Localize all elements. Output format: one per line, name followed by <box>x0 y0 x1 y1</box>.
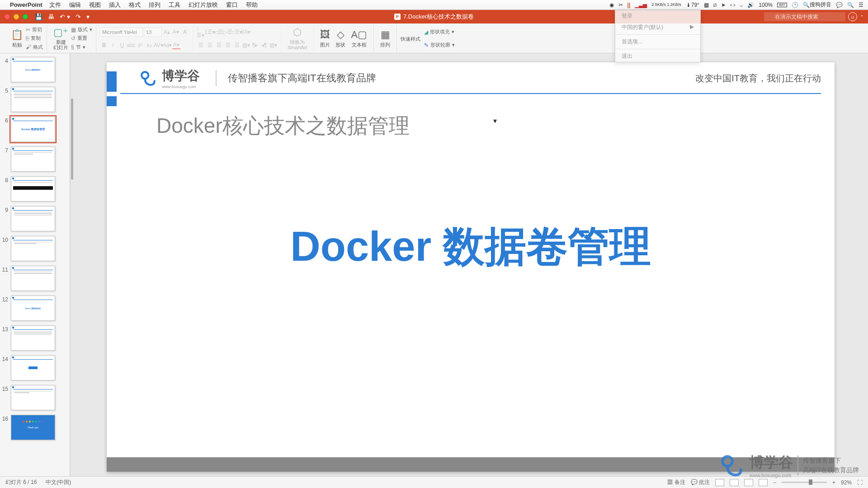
collapse-ribbon-icon[interactable]: ⌃ <box>860 14 863 19</box>
convert-smartart-button[interactable]: ⬡ 转换为 SmartArt <box>285 25 310 52</box>
superscript-button[interactable]: x² <box>136 41 144 49</box>
menu-help[interactable]: 帮助 <box>246 1 258 9</box>
obs-icon[interactable]: ◉ <box>609 2 614 8</box>
undo-icon[interactable]: ↶ ▾ <box>60 13 70 20</box>
normal-view-button[interactable] <box>715 479 724 486</box>
maximize-button[interactable] <box>23 14 28 19</box>
format-painter-button[interactable]: 🖌格式 <box>26 43 43 52</box>
chart-icon[interactable]: ▁▃▅ <box>635 2 647 8</box>
clear-format-button[interactable]: A̸ <box>181 28 189 36</box>
bold-button[interactable]: B <box>100 41 108 49</box>
bullets-button[interactable]: ⁝☰▾ <box>197 28 205 36</box>
screen-icon[interactable]: ⎚ <box>713 2 717 8</box>
slideshow-view-button[interactable] <box>759 479 768 486</box>
font-color-button[interactable]: A▾ <box>172 41 180 49</box>
search-icon[interactable]: 🔍 <box>847 2 854 8</box>
zoom-out-button[interactable]: − <box>773 479 776 486</box>
increase-indent-button[interactable]: ▷☰ <box>224 28 232 36</box>
change-case-button[interactable]: Aa▾ <box>163 41 171 49</box>
battery-text[interactable]: 100% <box>759 2 773 8</box>
menu-view[interactable]: 视图 <box>89 1 101 9</box>
slide-thumb-16[interactable]: 16 Thank you! <box>2 415 68 440</box>
shapes-button[interactable]: ◇ 形状 <box>333 25 348 52</box>
close-button[interactable] <box>5 14 10 19</box>
reset-button[interactable]: ↺重置 <box>71 34 92 42</box>
line-spacing-button[interactable]: ↕☰▾ <box>233 28 241 36</box>
messenger-icon[interactable]: 💬 <box>836 2 843 8</box>
wifi-icon[interactable]: ⌵ <box>740 2 743 8</box>
decrease-indent-button[interactable]: ◁☰ <box>215 28 223 36</box>
slide-canvas[interactable]: 博学谷 www.boxuegu.com 传智播客旗下高端IT在线教育品牌 改变中… <box>107 62 835 472</box>
comments-button[interactable]: 💬 批注 <box>691 479 710 486</box>
cut-button[interactable]: ✂剪切 <box>26 25 43 34</box>
align-left-button[interactable]: ☰ <box>197 41 205 49</box>
menu-insert[interactable]: 插入 <box>109 1 121 9</box>
sorter-view-button[interactable] <box>730 479 739 486</box>
pause-icon[interactable]: || <box>627 2 631 8</box>
distribute-button[interactable]: ☰ <box>233 41 241 49</box>
slide-thumb-4[interactable]: 4 Docker 数据卷简介 <box>2 57 68 82</box>
stats-icon[interactable]: 2.5KB/s 1.2KB/s <box>651 3 681 7</box>
align-right-button[interactable]: ☰ <box>215 41 223 49</box>
slide-thumb-13[interactable]: 13 <box>2 325 68 351</box>
slide-thumb-9[interactable]: 9 <box>2 206 68 231</box>
slide-thumb-12[interactable]: 12 Docker 数据卷容器 <box>2 296 68 321</box>
slide-thumb-11[interactable]: 11 <box>2 266 68 291</box>
slide-thumb-6[interactable]: 6 Docker 数据卷管理 <box>2 117 68 142</box>
zoom-level[interactable]: 92% <box>841 479 852 486</box>
print-icon[interactable]: 🖶 <box>48 13 54 20</box>
justify-button[interactable]: ☰ <box>224 41 232 49</box>
save-icon[interactable]: 💾 <box>35 13 42 20</box>
layout-button[interactable]: ▦版式 ▾ <box>71 25 92 34</box>
menu-file[interactable]: 文件 <box>49 1 61 9</box>
strike-button[interactable]: abc <box>127 41 135 49</box>
paste-button[interactable]: 📋 粘贴 <box>8 25 26 52</box>
arrange-button[interactable]: ▦ 排列 <box>377 25 393 52</box>
battery-icon[interactable]: BAT <box>777 3 787 7</box>
shape-fill-button[interactable]: ◢形状填充 ▾ <box>424 28 455 36</box>
menu-slideshow[interactable]: 幻灯片放映 <box>189 1 218 9</box>
menu-edit[interactable]: 编辑 <box>69 1 81 9</box>
clock-icon[interactable]: 🕐 <box>792 2 798 8</box>
ltr-button[interactable]: ¶▸ <box>251 41 259 49</box>
menu-window[interactable]: 窗口 <box>226 1 238 9</box>
code-icon[interactable]: ‹ › <box>730 2 735 8</box>
slide-thumbnail-panel[interactable]: 4 Docker 数据卷简介 5 6 Docker 数据卷管理 7 8 9 10 <box>0 53 70 476</box>
language-indicator[interactable]: 中文(中国) <box>46 479 71 486</box>
decrease-font-button[interactable]: A▾ <box>172 28 180 36</box>
slide-thumb-7[interactable]: 7 <box>2 146 68 172</box>
qat-more-icon[interactable]: ▾ <box>86 13 90 20</box>
app-name[interactable]: PowerPoint <box>10 1 42 8</box>
dropdown-item-quit[interactable]: 退出 <box>615 51 700 62</box>
textbox-button[interactable]: A▢ 文本框 <box>348 25 370 52</box>
slide-thumb-5[interactable]: 5 <box>2 87 68 112</box>
underline-button[interactable]: U <box>118 41 126 49</box>
location-icon[interactable]: ➤ <box>721 2 726 8</box>
dropdown-item-prefs[interactable]: 首选项… <box>615 36 700 47</box>
copy-button[interactable]: ⎘复制 <box>26 34 43 42</box>
columns-button[interactable]: ▥▾ <box>242 41 250 49</box>
volume-icon[interactable]: 🔊 <box>747 2 754 8</box>
text-direction-button[interactable]: IIA▾ <box>242 28 250 36</box>
shape-outline-button[interactable]: ✎形状轮廓 ▾ <box>424 41 455 49</box>
minimize-button[interactable] <box>14 14 19 19</box>
align-center-button[interactable]: ☰ <box>206 41 214 49</box>
picture-button[interactable]: 🖼 图片 <box>317 25 333 52</box>
rtl-button[interactable]: ◂¶ <box>260 41 268 49</box>
slide-thumb-10[interactable]: 10 <box>2 236 68 261</box>
new-slide-button[interactable]: ▢⁺ 新建 幻灯片 <box>51 25 71 52</box>
char-spacing-button[interactable]: AV▾ <box>154 41 162 49</box>
menu-tools[interactable]: 工具 <box>169 1 180 9</box>
slide-thumb-15[interactable]: 15 <box>2 385 68 410</box>
grid-icon[interactable]: ▦ <box>704 2 709 8</box>
slide-thumb-8[interactable]: 8 <box>2 176 68 202</box>
zoom-slider[interactable] <box>782 482 827 483</box>
redo-icon[interactable]: ↷ <box>75 13 81 20</box>
feedback-icon[interactable]: ☺ <box>848 12 857 21</box>
reading-view-button[interactable] <box>744 479 753 486</box>
canvas-area[interactable]: 博学谷 www.boxuegu.com 传智播客旗下高端IT在线教育品牌 改变中… <box>73 53 868 476</box>
panel-scrollbar[interactable] <box>70 53 73 476</box>
quick-styles-button[interactable]: 快速样式 <box>401 35 420 42</box>
dropdown-item-login[interactable]: 登录 <box>615 10 700 22</box>
slide-thumb-14[interactable]: 14 <box>2 355 68 380</box>
